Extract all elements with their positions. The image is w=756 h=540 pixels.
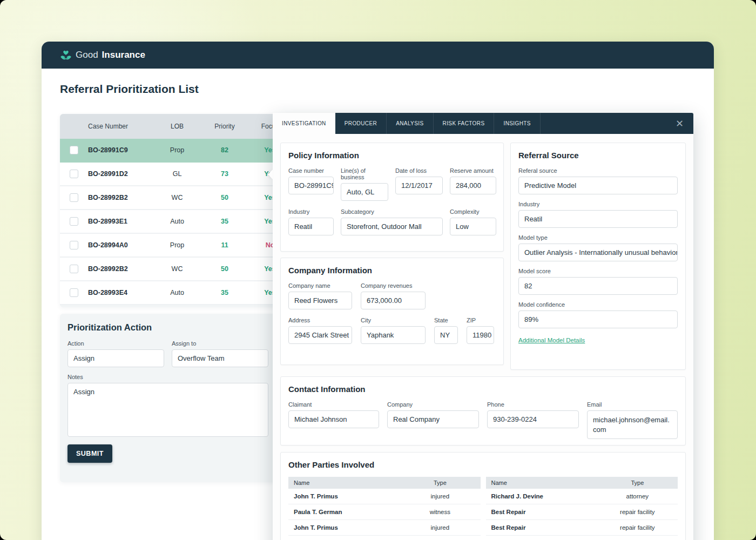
policy-information-title: Policy Information: [288, 151, 496, 160]
modal-tab-bar: INVESTIGATION PRODUCER ANALYSIS RISK FAC…: [273, 113, 693, 134]
col-header-priority: Priority: [200, 123, 249, 130]
party-type: injured: [400, 493, 480, 500]
date-of-loss-input[interactable]: 12/1/2017: [395, 177, 443, 194]
tab-analysis[interactable]: ANALYSIS: [387, 113, 433, 134]
party-name: Paula T. German: [288, 509, 400, 515]
lines-of-business-input[interactable]: Auto, GL: [341, 183, 388, 201]
modal-pointer-arrow: [268, 170, 273, 179]
party-type: repair facility: [597, 509, 678, 515]
col-header-lob: LOB: [154, 123, 200, 130]
submit-button[interactable]: SUBMIT: [68, 444, 112, 463]
city-input[interactable]: Yaphank: [361, 326, 426, 344]
case-number-cell: BO-28992B2: [78, 194, 154, 201]
subcategory-input[interactable]: Storefront, Outdoor Mall: [341, 218, 443, 235]
reserve-amount-input[interactable]: 284,000: [450, 177, 496, 194]
parties-table-header: Name Type: [486, 477, 678, 489]
party-row[interactable]: Best Repair repair facility: [486, 520, 678, 536]
tab-investigation[interactable]: INVESTIGATION: [273, 113, 335, 134]
company-information-title: Company Information: [288, 266, 496, 275]
subcategory-label: Subcategory: [341, 208, 443, 215]
parties-type-col-header: Type: [597, 480, 678, 486]
case-number-cell: BO-28994A0: [78, 241, 154, 249]
priority-cell: 11: [200, 241, 249, 249]
brand-name-light: Good: [76, 50, 98, 60]
parties-type-col-header: Type: [400, 480, 480, 486]
party-type: repair facility: [597, 524, 678, 531]
model-type-label: Model type: [518, 234, 678, 241]
tab-risk-factors[interactable]: RISK FACTORS: [434, 113, 495, 134]
notes-textarea[interactable]: Assign: [68, 383, 268, 437]
policy-information-card: Policy Information Case number BO-28991C…: [280, 143, 504, 252]
phone-input[interactable]: 930-239-0224: [487, 410, 579, 428]
company-revenues-input[interactable]: 673,000.00: [361, 292, 426, 309]
party-name: Richard J. Devine: [486, 493, 597, 500]
notes-label: Notes: [68, 374, 268, 380]
additional-model-details-link[interactable]: Additional Model Details: [518, 337, 585, 343]
priority-cell: 35: [200, 289, 249, 296]
tab-producer[interactable]: PRODUCER: [335, 113, 387, 134]
prioritization-action-panel: Prioritization Action Action Assign Assi…: [60, 314, 276, 482]
heart-in-hands-icon: [60, 50, 72, 60]
zip-label: ZIP: [467, 317, 494, 323]
parties-table-header: Name Type: [288, 477, 481, 489]
party-row[interactable]: Best Repair repair facility: [486, 504, 678, 520]
email-input[interactable]: michael.johnson@email.com: [587, 410, 678, 439]
row-checkbox[interactable]: [70, 217, 78, 226]
claimant-input[interactable]: Michael Johnson: [288, 410, 379, 428]
priority-cell: 50: [200, 194, 249, 201]
priority-cell: 82: [200, 146, 249, 154]
party-row[interactable]: John T. Primus injured: [288, 489, 481, 504]
party-row[interactable]: John T. Primus injured: [288, 520, 481, 536]
action-label: Action: [68, 340, 164, 347]
model-confidence-input[interactable]: 89%: [518, 310, 678, 328]
lines-of-business-label: Line(s) of business: [341, 167, 388, 180]
parties-name-col-header: Name: [486, 480, 597, 486]
address-label: Address: [288, 317, 352, 323]
modal-body: Policy Information Case number BO-28991C…: [273, 134, 693, 540]
company-revenues-label: Company revenues: [361, 282, 426, 289]
company-name-input[interactable]: Reed Flowers: [288, 292, 352, 309]
row-checkbox[interactable]: [70, 288, 78, 297]
reserve-amount-label: Reserve amount: [450, 167, 496, 174]
party-row[interactable]: Paula T. German witness: [288, 504, 481, 520]
row-checkbox[interactable]: [70, 170, 78, 178]
address-input[interactable]: 2945 Clark Street: [288, 326, 352, 344]
row-checkbox[interactable]: [70, 193, 78, 202]
case-number-input[interactable]: BO-28991C9: [288, 177, 334, 194]
state-input[interactable]: NY: [434, 326, 458, 344]
model-score-label: Model score: [518, 268, 678, 274]
industry-label: Industry: [288, 208, 334, 215]
city-label: City: [361, 317, 426, 323]
party-type: attorney: [597, 493, 678, 500]
party-row[interactable]: Richard J. Devine attorney: [486, 489, 678, 504]
party-name: Best Repair: [486, 509, 597, 515]
model-score-input[interactable]: 82: [518, 277, 678, 295]
referral-industry-input[interactable]: Reatil: [518, 210, 678, 228]
tab-insights[interactable]: INSIGHTS: [494, 113, 540, 134]
industry-input[interactable]: Reatil: [288, 218, 334, 235]
case-number-cell: BO-28991C9: [78, 146, 154, 154]
contact-company-input[interactable]: Real Company: [387, 410, 479, 428]
lob-cell: WC: [154, 194, 200, 201]
referral-source-input[interactable]: Predictive Model: [518, 177, 678, 194]
row-checkbox[interactable]: [70, 146, 78, 154]
lob-cell: GL: [154, 170, 200, 178]
action-input[interactable]: Assign: [68, 349, 164, 367]
complexity-input[interactable]: Low: [450, 218, 496, 235]
lob-cell: Prop: [154, 241, 200, 249]
complexity-label: Complexity: [450, 208, 496, 215]
referral-source-label: Referal source: [518, 167, 678, 174]
other-parties-table-right: Name Type Richard J. Devine attorney Bes…: [486, 477, 678, 536]
brand-name-bold: Insurance: [102, 50, 145, 60]
model-type-input[interactable]: Outlier Analysis - Internationally unusu…: [518, 244, 678, 261]
zip-input[interactable]: 11980: [467, 326, 494, 344]
row-checkbox[interactable]: [70, 265, 78, 273]
case-number-cell: BO-28993E1: [78, 218, 154, 225]
row-checkbox[interactable]: [70, 241, 78, 249]
party-name: Best Repair: [486, 524, 597, 531]
close-icon[interactable]: ✕: [666, 113, 693, 134]
app-header: GoodInsurance: [42, 42, 714, 69]
contact-company-label: Company: [387, 401, 479, 408]
assign-to-input[interactable]: Overflow Team: [172, 349, 268, 367]
brand-logo: GoodInsurance: [60, 50, 145, 60]
